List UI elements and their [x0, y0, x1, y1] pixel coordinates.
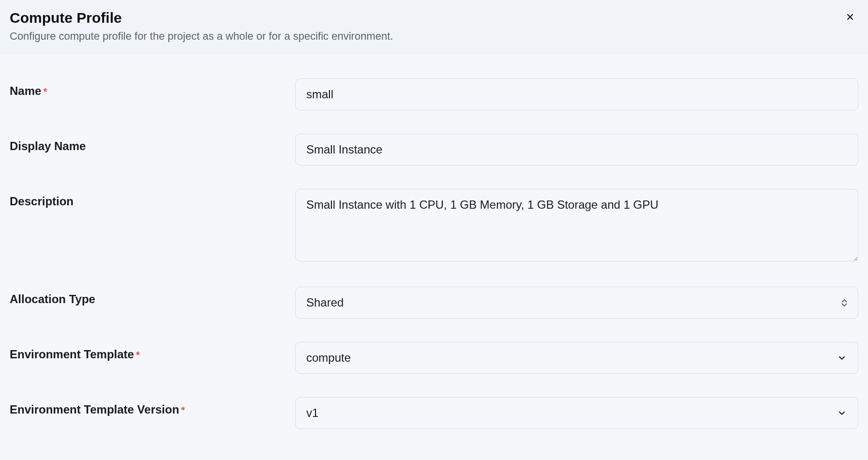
allocation-type-select[interactable]: Shared: [295, 287, 858, 319]
form-row-description: Description: [10, 189, 858, 263]
env-template-label-text: Environment Template: [10, 348, 134, 361]
form-row-allocation-type: Allocation Type Shared: [10, 287, 858, 319]
display-name-input[interactable]: [295, 134, 858, 166]
display-name-control-wrap: [295, 134, 858, 166]
required-indicator: *: [43, 86, 47, 97]
env-template-select[interactable]: compute: [295, 342, 858, 374]
form-row-display-name: Display Name: [10, 134, 858, 166]
form-row-env-template-version: Environment Template Version* v1: [10, 397, 858, 429]
env-template-version-label-text: Environment Template Version: [10, 403, 179, 416]
env-template-label: Environment Template*: [10, 342, 295, 361]
form-container: Name* Display Name Description Allocatio…: [0, 54, 868, 460]
allocation-type-control-wrap: Shared: [295, 287, 858, 319]
form-row-env-template: Environment Template* compute: [10, 342, 858, 374]
required-indicator: *: [181, 405, 185, 415]
display-name-label-text: Display Name: [10, 139, 86, 153]
env-template-version-value: v1: [306, 406, 318, 420]
chevron-down-icon: [837, 353, 847, 363]
description-control-wrap: [295, 189, 858, 263]
name-control-wrap: [295, 78, 858, 110]
dialog-header: Compute Profile Configure compute profil…: [0, 0, 868, 54]
name-label-text: Name: [10, 84, 41, 97]
close-icon: [845, 12, 855, 24]
allocation-type-value: Shared: [306, 296, 344, 309]
form-row-name: Name*: [10, 78, 858, 110]
env-template-version-label: Environment Template Version*: [10, 397, 295, 416]
name-input[interactable]: [295, 78, 858, 110]
env-template-version-control-wrap: v1: [295, 397, 858, 429]
description-label-text: Description: [10, 195, 74, 208]
description-textarea[interactable]: [295, 189, 858, 261]
page-title: Compute Profile: [10, 10, 858, 26]
page-subtitle: Configure compute profile for the projec…: [10, 30, 858, 43]
description-label: Description: [10, 189, 295, 208]
allocation-type-label: Allocation Type: [10, 287, 295, 306]
allocation-type-label-text: Allocation Type: [10, 292, 95, 306]
required-indicator: *: [136, 350, 140, 360]
env-template-value: compute: [306, 351, 351, 365]
env-template-version-select[interactable]: v1: [295, 397, 858, 429]
close-button[interactable]: [842, 9, 858, 27]
env-template-control-wrap: compute: [295, 342, 858, 374]
chevron-down-icon: [837, 408, 847, 418]
up-down-icon: [841, 299, 847, 307]
display-name-label: Display Name: [10, 134, 295, 153]
name-label: Name*: [10, 78, 295, 98]
